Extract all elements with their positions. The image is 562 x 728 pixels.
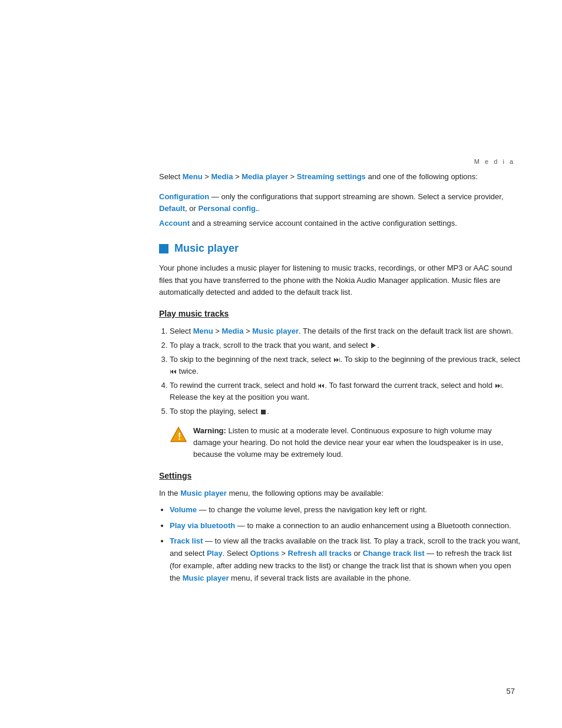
step4-mid: . To fast forward the current track, sel… — [325, 381, 494, 390]
intro-after: and one of the following options: — [366, 172, 478, 181]
step-3: To skip to the beginning of the next tra… — [170, 354, 521, 377]
section-header: M e d i a — [474, 158, 515, 165]
step2-text: To play a track, scroll to the track tha… — [170, 341, 370, 350]
step-5: To stop the playing, select . — [170, 406, 521, 417]
media-header-label: M e d i a — [474, 158, 515, 165]
intro-before: Select — [159, 172, 183, 181]
music-player-intro: Your phone includes a music player for l… — [159, 262, 521, 298]
comma: , or — [185, 204, 198, 213]
refresh-link[interactable]: Refresh all tracks — [288, 549, 352, 558]
bluetooth-label: Play via bluetooth — [170, 521, 235, 530]
step1-after: . The details of the first track on the … — [299, 327, 513, 335]
config-label: Configuration — [159, 192, 209, 201]
intro-line1: Select Menu > Media > Media player > Str… — [159, 171, 521, 183]
step3-mid: . To skip to the beginning of the previo… — [340, 355, 520, 364]
volume-label: Volume — [170, 505, 197, 514]
options-link[interactable]: Options — [250, 549, 279, 558]
play-link[interactable]: Play — [207, 549, 223, 558]
arrow3: > — [288, 172, 297, 181]
media-link[interactable]: Media — [211, 172, 233, 181]
arrow2: > — [233, 172, 242, 181]
tracklist-text2: . Select — [223, 549, 250, 558]
warning-icon: ! — [170, 426, 187, 444]
svg-text:!: ! — [178, 431, 181, 442]
tracklist-label: Track list — [170, 536, 203, 545]
page-number: 57 — [507, 687, 515, 696]
step1-before: Select — [170, 327, 193, 335]
arrow1: > — [203, 172, 211, 181]
rewind-icon: ⏮ — [318, 380, 325, 391]
bullet3-gt: > — [279, 549, 288, 558]
play-music-tracks-heading: Play music tracks — [159, 308, 521, 321]
step-1: Select Menu > Media > Music player. The … — [170, 325, 521, 337]
play-steps-list: Select Menu > Media > Music player. The … — [170, 325, 521, 418]
config-block: Configuration — only the configurations … — [159, 191, 521, 215]
warning-body: Listen to music at a moderate level. Con… — [193, 426, 503, 459]
step1-gt1: > — [213, 327, 222, 335]
tracklist-music-player-link[interactable]: Music player — [183, 574, 229, 582]
warning-text: Warning: Listen to music at a moderate l… — [193, 425, 521, 460]
streaming-link[interactable]: Streaming settings — [297, 172, 366, 181]
step1-gt2: > — [243, 327, 252, 335]
settings-intro: In the Music player menu, the following … — [159, 487, 521, 499]
warning-label: Warning: — [193, 426, 226, 435]
account-text: and a streaming service account containe… — [190, 219, 457, 228]
step1-music-player-link[interactable]: Music player — [252, 327, 299, 335]
menu-link[interactable]: Menu — [183, 172, 203, 181]
change-track-link[interactable]: Change track list — [363, 549, 425, 558]
period: . — [258, 204, 260, 213]
step5-end: . — [267, 407, 269, 416]
personal-link[interactable]: Personal config. — [198, 204, 257, 213]
step3-text: To skip to the beginning of the next tra… — [170, 355, 333, 364]
fast-forward-icon: ⏭ — [495, 380, 502, 391]
step1-menu-link[interactable]: Menu — [193, 327, 213, 335]
skip-prev-icon: ⏮ — [170, 366, 177, 377]
music-player-heading: Music player — [159, 241, 521, 257]
media-player-link[interactable]: Media player — [242, 172, 288, 181]
settings-heading: Settings — [159, 470, 521, 483]
settings-intro-before: In the — [159, 489, 180, 498]
blue-square-icon — [159, 244, 168, 253]
main-content: Select Menu > Media > Media player > Str… — [159, 171, 521, 591]
skip-next-icon: ⏭ — [333, 354, 340, 365]
config-text: — only the configurations that support s… — [209, 192, 503, 201]
step4-text: To rewind the current track, select and … — [170, 381, 318, 390]
page: M e d i a Select Menu > Media > Media pl… — [0, 0, 562, 728]
settings-tracklist: Track list — to view all the tracks avai… — [170, 535, 521, 584]
tracklist-text4: menu, if several track lists are availab… — [229, 574, 411, 582]
settings-volume: Volume — to change the volume level, pre… — [170, 504, 521, 516]
account-label: Account — [159, 219, 190, 228]
page-number-value: 57 — [507, 687, 515, 696]
account-line: Account and a streaming service account … — [159, 218, 521, 229]
step1-media-link[interactable]: Media — [222, 327, 244, 335]
settings-music-player-link[interactable]: Music player — [180, 489, 227, 498]
intro-block: Select Menu > Media > Media player > Str… — [159, 171, 521, 183]
stop-icon — [261, 410, 266, 414]
settings-bluetooth: Play via bluetooth — to make a connectio… — [170, 520, 521, 532]
default-link[interactable]: Default — [159, 204, 185, 213]
step-2: To play a track, scroll to the track tha… — [170, 340, 521, 351]
step-4: To rewind the current track, select and … — [170, 380, 521, 403]
settings-list: Volume — to change the volume level, pre… — [170, 504, 521, 585]
account-block: Account and a streaming service account … — [159, 218, 521, 229]
settings-intro-after: menu, the following options may be avail… — [227, 489, 384, 498]
step5-text: To stop the playing, select — [170, 407, 260, 416]
bullet3-or: or — [352, 549, 363, 558]
play-icon — [371, 342, 376, 348]
volume-text: — to change the volume level, press the … — [197, 505, 427, 514]
bluetooth-text: — to make a connection to an audio enhan… — [235, 521, 511, 530]
music-player-title: Music player — [174, 241, 239, 257]
step3-end: twice. — [177, 367, 199, 375]
warning-box: ! Warning: Listen to music at a moderate… — [170, 425, 521, 460]
step2-after: . — [377, 341, 379, 350]
config-line: Configuration — only the configurations … — [159, 191, 521, 215]
